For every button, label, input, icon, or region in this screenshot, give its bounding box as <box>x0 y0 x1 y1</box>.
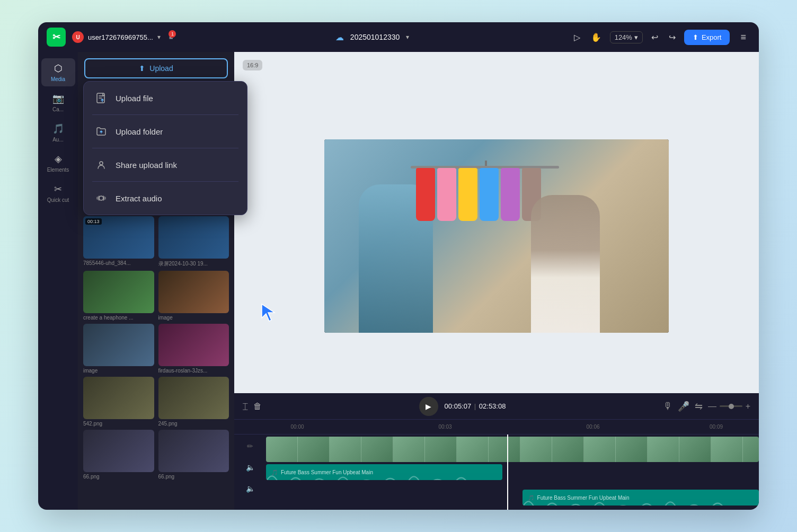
upload-folder-item[interactable]: Upload folder <box>84 115 247 148</box>
sidebar-icons: ⬡ Media 📷 Ca... 🎵 Au... ◈ Elements ✂ Qui… <box>38 52 78 510</box>
video-frame <box>361 437 393 462</box>
list-item[interactable]: firdaus-roslan-3Jzs... <box>158 324 229 374</box>
media-item-label: 542.png <box>83 421 154 427</box>
timeline-controls: ⌶ 🗑 ▶ 00:05:07 | 02:53:08 🎙 🎤 <box>234 393 759 420</box>
video-frame <box>711 437 743 462</box>
share-upload-link-icon <box>94 158 108 172</box>
media-thumbnail <box>158 377 229 419</box>
total-time: 02:53:08 <box>479 402 506 410</box>
camera-icon: 📷 <box>52 93 64 104</box>
sidebar-item-elements[interactable]: ◈ Elements <box>41 149 75 177</box>
share-upload-link-item[interactable]: Share upload link <box>84 148 247 181</box>
redo-button[interactable]: ↪ <box>667 30 678 45</box>
current-time: 00:05:07 <box>445 402 472 410</box>
canvas-viewport <box>234 78 759 393</box>
sidebar-item-audio[interactable]: 🎵 Au... <box>41 119 75 147</box>
audio-track-1[interactable]: 🎵 Future Bass Summer Fun Upbeat Main <box>266 464 502 480</box>
delete-tool-button[interactable]: 🗑 <box>253 402 262 411</box>
undo-button[interactable]: ↩ <box>649 30 660 45</box>
video-frame <box>266 437 298 462</box>
sidebar-item-quickcut[interactable]: ✂ Quick cut <box>41 179 75 207</box>
media-thumbnail: 00:13 <box>83 216 154 259</box>
track-left-panel: ✏ 🔈 🔈 <box>234 435 266 510</box>
play-tool-icon[interactable]: ▷ <box>572 30 582 45</box>
current-time-display: 00:05:07 | 02:53:08 <box>445 402 506 410</box>
extract-audio-label: Extract audio <box>116 194 162 203</box>
zoom-out-button[interactable]: — <box>708 402 716 411</box>
list-item[interactable]: create a heaphone ... <box>83 271 154 321</box>
zoom-selector[interactable]: 124% ▾ <box>610 31 643 43</box>
upload-file-icon <box>94 91 108 105</box>
video-track[interactable] <box>266 437 759 462</box>
track-icon-audio-vol2[interactable]: 🔈 <box>238 479 262 498</box>
cut-tool-button[interactable]: ⌶ <box>243 402 248 411</box>
video-frame <box>616 437 648 462</box>
media-item-label: create a heaphone ... <box>83 315 154 321</box>
audio-icon-2: 🎵 <box>528 495 534 501</box>
hamburger-button[interactable]: ≡ <box>736 30 750 45</box>
video-preview <box>324 139 669 333</box>
top-bar-center: ☁ 202501012330 ▾ <box>179 32 565 42</box>
user-section[interactable]: U user172676969755... ▾ ≡ 1 <box>72 31 173 43</box>
media-thumbnail <box>83 430 154 472</box>
media-thumbnail <box>158 430 229 472</box>
upload-file-label: Upload file <box>116 94 153 103</box>
audio-mix-button[interactable]: ⇋ <box>695 401 703 412</box>
media-item-label: 7855446-uhd_384... <box>83 260 154 266</box>
notification-badge: 1 <box>169 30 176 38</box>
voiceover-button[interactable]: 🎤 <box>678 401 689 412</box>
sidebar-elements-label: Elements <box>47 167 69 173</box>
project-chevron-icon: ▾ <box>406 33 409 41</box>
timeline-area: ⌶ 🗑 ▶ 00:05:07 | 02:53:08 🎙 🎤 <box>234 393 759 510</box>
audio-track-1-label: 🎵 Future Bass Summer Fun Upbeat Main <box>271 469 373 475</box>
media-thumbnail <box>158 324 229 366</box>
video-preview-background <box>324 139 669 333</box>
upload-button[interactable]: ⬆ Upload <box>84 58 228 78</box>
zoom-track[interactable] <box>720 405 742 407</box>
audio-track-2-text: Future Bass Summer Fun Upbeat Main <box>537 495 630 501</box>
upload-file-item[interactable]: Upload file <box>84 82 247 114</box>
media-item-label: firdaus-roslan-3Jzs... <box>158 368 229 374</box>
media-item-label: image <box>158 315 229 321</box>
canvas-area: 16:9 <box>234 52 759 510</box>
sidebar-item-media[interactable]: ⬡ Media <box>41 58 75 86</box>
notification-button[interactable]: ≡ 1 <box>169 33 173 41</box>
export-button[interactable]: ⬆ Export <box>684 30 730 45</box>
list-item[interactable]: 245.png <box>158 377 229 427</box>
zoom-thumb[interactable] <box>729 404 734 409</box>
sidebar-camera-label: Ca... <box>52 107 64 112</box>
list-item[interactable]: 542.png <box>83 377 154 427</box>
audio-track-1-text: Future Bass Summer Fun Upbeat Main <box>281 469 373 475</box>
list-item[interactable]: image <box>83 324 154 374</box>
track-icon-audio-vol[interactable]: 🔈 <box>238 458 262 477</box>
project-name[interactable]: 202501012330 <box>350 33 400 41</box>
list-item[interactable]: 66.png <box>83 430 154 480</box>
list-item[interactable]: image <box>158 271 229 321</box>
list-item[interactable]: 00:13 7855446-uhd_384... <box>83 216 154 268</box>
username-label: user172676969755... <box>88 33 153 41</box>
track-icon-pencil[interactable]: ✏ <box>238 437 262 456</box>
zoom-in-button[interactable]: + <box>746 402 750 411</box>
time-separator: | <box>474 402 478 410</box>
extract-audio-item[interactable]: Extract audio <box>84 182 247 215</box>
ratio-badge[interactable]: 16:9 <box>243 60 262 70</box>
top-bar: ✂ U user172676969755... ▾ ≡ 1 ☁ 20250101… <box>38 22 759 52</box>
hanger-yellow <box>458 168 477 221</box>
zoom-slider: — + <box>708 402 750 411</box>
media-item-label: 66.png <box>83 474 154 480</box>
hand-tool-icon[interactable]: ✋ <box>589 30 604 45</box>
audio-icon-1: 🎵 <box>271 469 278 475</box>
playhead-line <box>507 435 508 510</box>
sidebar-item-camera[interactable]: 📷 Ca... <box>41 88 75 117</box>
play-button[interactable]: ▶ <box>419 397 438 416</box>
track-body: 🎵 Future Bass Summer Fun Upbeat Main <box>266 435 759 510</box>
list-item[interactable]: 录屏2024-10-30 19... <box>158 216 229 268</box>
timeline-left-tools: ⌶ 🗑 <box>243 402 262 411</box>
export-label: Export <box>702 33 722 41</box>
audio-track-2[interactable]: 🎵 Future Bass Summer Fun Upbeat Main <box>523 490 759 506</box>
upload-folder-icon <box>94 125 108 138</box>
media-thumbnail <box>83 324 154 366</box>
list-item[interactable]: 66.png <box>158 430 229 480</box>
microphone-button[interactable]: 🎙 <box>663 401 672 412</box>
ruler-mark-3: 00:09 <box>710 424 723 430</box>
